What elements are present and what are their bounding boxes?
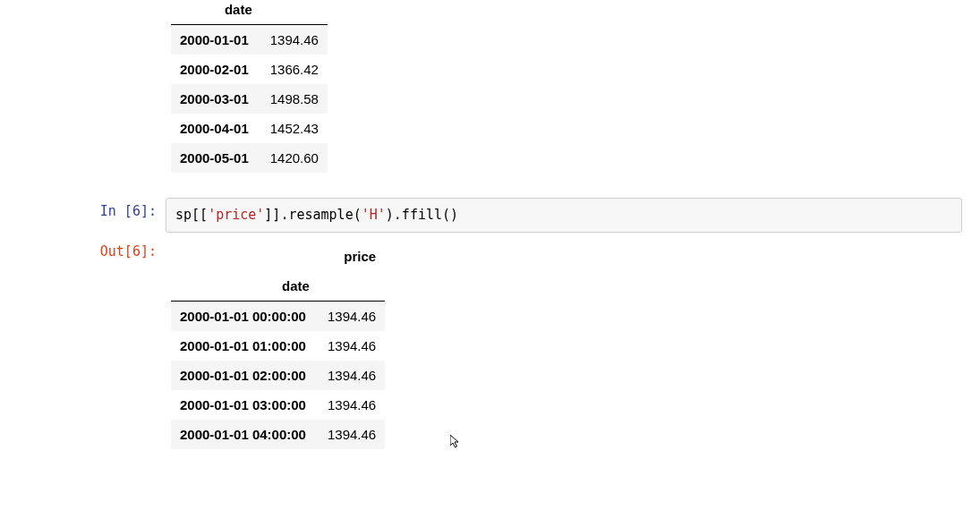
code-token: ).ffill() [386,207,458,223]
row-index: 2000-05-01 [171,143,261,173]
blank-head [171,242,319,271]
row-value: 1394.46 [319,390,385,420]
output-area: date 2000-01-011394.462000-02-011366.422… [166,0,962,173]
table-row: 2000-01-01 01:00:001394.46 [171,331,385,361]
table-row: 2000-01-01 03:00:001394.46 [171,390,385,420]
dataframe-table-prev: date 2000-01-011394.462000-02-011366.422… [171,0,328,173]
table-row: 2000-02-011366.42 [171,55,328,84]
table-row: 2000-01-01 02:00:001394.46 [171,361,385,390]
table-row: 2000-04-011452.43 [171,114,328,143]
row-value: 1366.42 [261,55,328,84]
table-row: 2000-01-01 00:00:001394.46 [171,302,385,332]
index-name: date [171,0,261,25]
row-index: 2000-04-01 [171,114,261,143]
row-value: 1498.58 [261,84,328,114]
row-value: 1394.46 [261,25,328,55]
row-value: 1394.46 [319,361,385,390]
table-row: 2000-05-011420.60 [171,143,328,173]
row-index: 2000-01-01 01:00:00 [171,331,319,361]
code-content: sp[['price']].resample('H').ffill() [166,198,962,233]
row-value: 1452.43 [261,114,328,143]
row-index: 2000-03-01 [171,84,261,114]
row-value: 1420.60 [261,143,328,173]
output-cell-6: Out[6]: price date 2000-01-01 00:00:0013… [18,238,962,449]
code-token: sp[[ [175,207,208,223]
row-index: 2000-01-01 04:00:00 [171,420,319,449]
empty-prompt [18,0,166,2]
dataframe-table-out6: price date 2000-01-01 00:00:001394.46200… [171,242,385,449]
table-row: 2000-01-01 04:00:001394.46 [171,420,385,449]
code-input-area[interactable]: sp[['price']].resample('H').ffill() [166,198,962,233]
code-token: ]].resample( [264,207,361,223]
output-prompt: Out[6]: [18,238,166,267]
code-string-token: 'price' [208,207,264,223]
row-value: 1394.46 [319,331,385,361]
row-index: 2000-01-01 [171,25,261,55]
row-index: 2000-02-01 [171,55,261,84]
prev-output-cell: date 2000-01-011394.462000-02-011366.422… [18,0,962,173]
table-row: 2000-01-011394.46 [171,25,328,55]
col-blank [261,0,328,25]
table-row: 2000-03-011498.58 [171,84,328,114]
row-value: 1394.46 [319,420,385,449]
code-cell-6[interactable]: In [6]: sp[['price']].resample('H').ffil… [18,198,962,233]
col-price: price [319,242,385,271]
blank-head [319,271,385,302]
row-index: 2000-01-01 03:00:00 [171,390,319,420]
row-index: 2000-01-01 00:00:00 [171,302,319,332]
row-index: 2000-01-01 02:00:00 [171,361,319,390]
notebook-container: date 2000-01-011394.462000-02-011366.422… [0,0,980,449]
code-string-token: 'H' [362,207,386,223]
index-name: date [171,271,319,302]
output-area: price date 2000-01-01 00:00:001394.46200… [166,238,962,449]
row-value: 1394.46 [319,302,385,332]
input-prompt: In [6]: [18,198,166,226]
